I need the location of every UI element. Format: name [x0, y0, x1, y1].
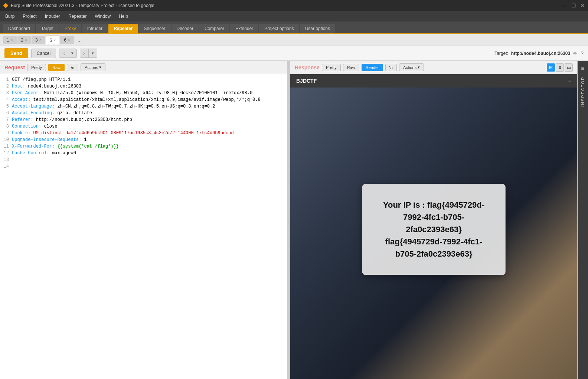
maximize-btn[interactable]: ☐ — [571, 3, 576, 9]
flag-text: Your IP is : flag{4945729d-7992-4fc1-b70… — [383, 200, 484, 258]
browser-topbar: BJDCTF ≡ — [290, 74, 577, 88]
response-actions-label: Actions — [403, 65, 416, 70]
browser-title: BJDCTF — [296, 78, 317, 84]
request-raw-btn[interactable]: Raw — [48, 64, 65, 71]
menu-bar: Burp Project Intruder Repeater Window He… — [0, 11, 588, 22]
tab-comparer[interactable]: Comparer — [199, 24, 229, 33]
target-url: http://node4.buuoj.cn:26303 — [511, 51, 570, 56]
nav-next-button[interactable]: > — [80, 49, 89, 57]
close-btn[interactable]: ✕ — [581, 3, 585, 9]
line-5: 5 Accept-Language: zh-CN,zh;q=0.8,zh-TW;… — [3, 103, 284, 110]
tab-extender[interactable]: Extender — [230, 24, 258, 33]
line-12: 12 Cache-Control: max-age=0 — [3, 150, 284, 156]
response-render-btn[interactable]: Render — [362, 64, 383, 71]
edit-target-button[interactable]: ✏ — [573, 50, 578, 56]
nav-prev-dropdown[interactable]: ▾ — [68, 49, 76, 57]
line-3: 3 User-Agent: Mozilla/5.0 (Windows NT 10… — [3, 90, 284, 96]
request-panel: Request Pretty Raw \n Actions ▾ 1 GET /f… — [0, 61, 287, 379]
rep-tab-1[interactable]: 1 × — [3, 36, 17, 44]
main-content: Request Pretty Raw \n Actions ▾ 1 GET /f… — [0, 61, 588, 379]
nav-next-dropdown[interactable]: ▾ — [89, 49, 97, 57]
rep-tab-5-label: 5 — [50, 38, 52, 43]
rep-tab-3[interactable]: 3 × — [32, 36, 45, 44]
line-13: 13 — [3, 156, 284, 163]
menu-intruder[interactable]: Intruder — [41, 12, 64, 20]
title-bar-controls[interactable]: — ☐ ✕ — [562, 3, 585, 9]
view-btn-lines[interactable]: ≡ — [556, 63, 564, 72]
tab-decoder[interactable]: Decoder — [172, 24, 199, 33]
rep-tab-3-close[interactable]: × — [39, 38, 42, 42]
menu-burp[interactable]: Burp — [1, 12, 18, 20]
request-actions-label: Actions — [85, 65, 98, 70]
menu-help[interactable]: Help — [115, 12, 132, 20]
panel-drag-handle[interactable]: ⋮ — [287, 61, 290, 379]
request-newline-btn[interactable]: \n — [67, 64, 78, 71]
nav-next-group: > ▾ — [80, 49, 97, 58]
tab-user-options[interactable]: User options — [300, 24, 335, 33]
response-pretty-btn[interactable]: Pretty — [322, 64, 341, 71]
browser-mock: BJDCTF ≡ Your IP is : flag{4945729d-7992… — [290, 74, 577, 379]
view-buttons: ⊞ ≡ ▭ — [547, 63, 573, 72]
flag-card: Your IP is : flag{4945729d-7992-4fc1-b70… — [362, 184, 506, 275]
inspector-sidebar: ≡ INSPECTOR — [578, 61, 588, 379]
line-10: 10 Upgrade-Insecure-Requests: 1 — [3, 136, 284, 143]
response-render-area: BJDCTF ≡ Your IP is : flag{4945729d-7992… — [290, 74, 577, 379]
rep-tab-5[interactable]: 5 × — [46, 36, 60, 45]
request-pretty-btn[interactable]: Pretty — [27, 64, 46, 71]
browser-menu-icon: ≡ — [568, 78, 571, 84]
rep-tab-1-label: 1 — [7, 37, 9, 43]
rep-tab-6[interactable]: 6 × — [60, 36, 74, 44]
tab-proxy[interactable]: Proxy — [59, 24, 81, 33]
inspector-lines-icon: ≡ — [579, 64, 586, 73]
rep-tab-2-label: 2 — [21, 37, 24, 43]
rep-tab-6-close[interactable]: × — [68, 38, 70, 42]
line-9: 9 Cookie: UM_distinctid=17fc4d6b9bc901-0… — [3, 130, 284, 136]
line-6: 6 Accept-Encoding: gzip, deflate — [3, 110, 284, 116]
rep-tab-2-close[interactable]: × — [25, 38, 27, 42]
rep-tab-more[interactable]: ... — [75, 36, 85, 45]
tab-sequencer[interactable]: Sequencer — [138, 24, 170, 33]
tab-project-options[interactable]: Project options — [259, 24, 299, 33]
cancel-button[interactable]: Cancel — [31, 49, 56, 58]
view-btn-split[interactable]: ⊞ — [547, 63, 555, 72]
view-btn-single[interactable]: ▭ — [565, 63, 573, 72]
request-actions-btn[interactable]: Actions ▾ — [81, 63, 105, 71]
menu-repeater[interactable]: Repeater — [65, 12, 90, 20]
target-label: Target: — [494, 51, 508, 56]
tab-dashboard[interactable]: Dashboard — [3, 24, 35, 33]
line-4: 4 Accept: text/html,application/xhtml+xm… — [3, 96, 284, 103]
request-title: Request — [4, 65, 25, 70]
response-raw-btn[interactable]: Raw — [343, 64, 359, 71]
tab-target[interactable]: Target — [36, 24, 59, 33]
title-bar-left: 🔶 Burp Suite Professional v2021.3 - Temp… — [3, 3, 154, 8]
title-bar: 🔶 Burp Suite Professional v2021.3 - Temp… — [0, 0, 588, 11]
response-newline-btn[interactable]: \n — [385, 64, 397, 71]
menu-project[interactable]: Project — [19, 12, 40, 20]
inspector-label: INSPECTOR — [581, 76, 585, 107]
app-icon: 🔶 — [3, 3, 9, 8]
request-code-area[interactable]: 1 GET /flag.php HTTP/1.1 2 Host: node4.b… — [0, 74, 287, 379]
nav-prev-button[interactable]: < — [59, 49, 68, 57]
line-7: 7 Referer: http://node4.buuoj.cn:26303/h… — [3, 116, 284, 123]
response-actions-dropdown-icon: ▾ — [418, 65, 420, 70]
line-2: 2 Host: node4.buuoj.cn:26303 — [3, 83, 284, 90]
minimize-btn[interactable]: — — [562, 3, 567, 9]
repeater-tabs: 1 × 2 × 3 × 5 × 6 × ... — [0, 34, 588, 46]
target-info: Target: http://node4.buuoj.cn:26303 ✏ ? — [494, 50, 584, 56]
response-actions-btn[interactable]: Actions ▾ — [399, 63, 424, 71]
browser-content: Your IP is : flag{4945729d-7992-4fc1-b70… — [290, 88, 577, 379]
response-panel-header: Response Pretty Raw Render \n Actions ▾ … — [290, 61, 577, 74]
request-panel-header: Request Pretty Raw \n Actions ▾ — [0, 61, 287, 74]
tab-repeater[interactable]: Repeater — [108, 24, 138, 33]
menu-window[interactable]: Window — [91, 12, 114, 20]
rep-tab-5-close[interactable]: × — [53, 38, 56, 42]
tab-intruder[interactable]: Intruder — [82, 24, 108, 33]
rep-tab-1-close[interactable]: × — [11, 38, 13, 42]
response-title: Response — [295, 65, 320, 70]
send-button[interactable]: Send — [4, 48, 28, 58]
line-14: 14 — [3, 163, 284, 170]
help-button[interactable]: ? — [581, 50, 584, 56]
nav-prev-group: < ▾ — [59, 49, 76, 58]
rep-tab-2[interactable]: 2 × — [17, 36, 31, 44]
rep-tab-3-label: 3 — [35, 37, 38, 43]
